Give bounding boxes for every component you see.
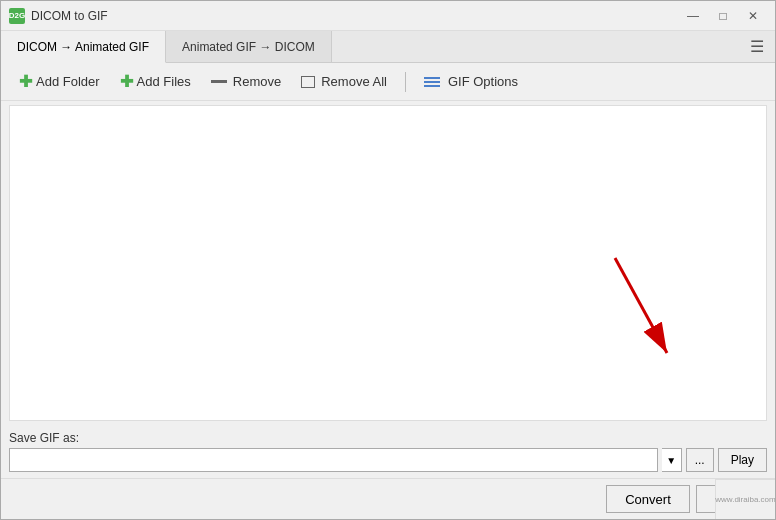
- save-gif-area: Save GIF as: ▼ ... Play: [1, 425, 775, 478]
- tab-gif-to-dicom[interactable]: Animated GIF → DICOM: [166, 31, 332, 62]
- minimize-button[interactable]: —: [679, 5, 707, 27]
- app-icon: D2G: [9, 8, 25, 24]
- add-files-icon: ✚: [120, 72, 133, 91]
- maximize-button[interactable]: □: [709, 5, 737, 27]
- title-bar: D2G DICOM to GIF — □ ✕: [1, 1, 775, 31]
- toolbar: ✚ Add Folder ✚ Add Files Remove Remove A…: [1, 63, 775, 101]
- add-files-button[interactable]: ✚ Add Files: [112, 69, 199, 94]
- save-gif-row: ▼ ... Play: [9, 448, 767, 472]
- add-folder-icon: ✚: [19, 72, 32, 91]
- remove-icon: [211, 80, 227, 83]
- content-wrapper: Save GIF as: ▼ ... Play: [1, 101, 775, 478]
- footer: Convert Close: [1, 478, 775, 519]
- file-list-area: [9, 105, 767, 421]
- hamburger-menu-button[interactable]: ☰: [739, 31, 775, 62]
- toolbar-divider: [405, 72, 406, 92]
- tab-dicom-to-gif[interactable]: DICOM → Animated GIF: [1, 31, 166, 63]
- save-gif-input[interactable]: [9, 448, 658, 472]
- remove-button[interactable]: Remove: [203, 71, 289, 92]
- tab-bar: DICOM → Animated GIF Animated GIF → DICO…: [1, 31, 775, 63]
- tab-spacer: [332, 31, 739, 62]
- play-button[interactable]: Play: [718, 448, 767, 472]
- watermark: www.diraiba.com: [715, 479, 775, 519]
- close-window-button[interactable]: ✕: [739, 5, 767, 27]
- gif-options-icon: [424, 77, 440, 87]
- remove-all-button[interactable]: Remove All: [293, 71, 395, 92]
- gif-options-button[interactable]: GIF Options: [416, 71, 526, 92]
- browse-button[interactable]: ...: [686, 448, 714, 472]
- window-title: DICOM to GIF: [31, 9, 679, 23]
- add-folder-button[interactable]: ✚ Add Folder: [11, 69, 108, 94]
- convert-button[interactable]: Convert: [606, 485, 690, 513]
- remove-all-icon: [301, 76, 315, 88]
- window-controls: — □ ✕: [679, 5, 767, 27]
- save-gif-label: Save GIF as:: [9, 431, 767, 445]
- save-gif-dropdown-arrow[interactable]: ▼: [662, 448, 682, 472]
